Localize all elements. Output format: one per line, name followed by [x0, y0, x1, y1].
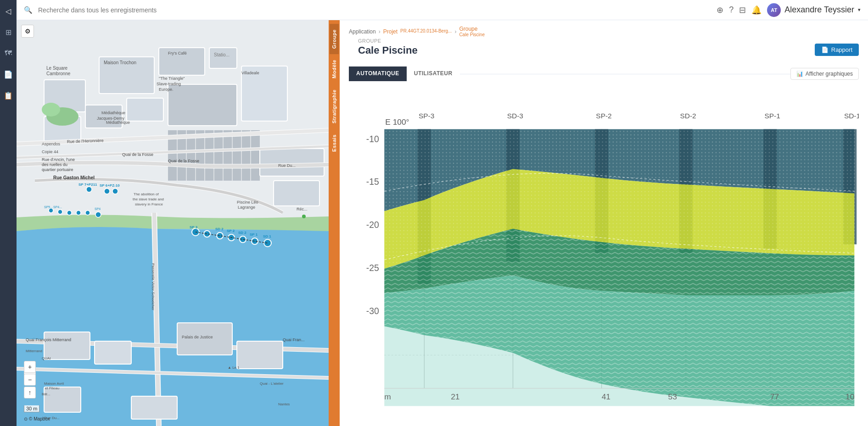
breadcrumb: Application › Projet PR.44GT.20.0134-Ber… [340, 20, 868, 37]
user-badge[interactable]: AT Alexandre Teyssier ▾ [767, 3, 861, 17]
content-area: Le Square Cambronne Maison Trochon Média… [17, 20, 868, 426]
svg-text:▲ Le 1: ▲ Le 1 [228, 365, 240, 370]
breadcrumb-app: Application [349, 28, 376, 35]
svg-text:Réc...: Réc... [297, 207, 308, 211]
svg-text:Bât...: Bât... [42, 392, 50, 396]
svg-point-59 [104, 188, 110, 194]
svg-text:Maison Trochon: Maison Trochon [104, 60, 136, 65]
svg-text:-10: -10 [366, 134, 379, 144]
notification-icon[interactable]: 🔔 [751, 5, 762, 15]
map-right-tabs: Groupe Modèle Stratigraphie Essais [329, 20, 340, 426]
svg-text:Palais de Justice: Palais de Justice [182, 335, 213, 339]
svg-text:SP4: SP4 [95, 207, 101, 210]
tab-groupe[interactable]: Groupe [330, 24, 339, 54]
svg-text:-15: -15 [366, 177, 379, 187]
sidebar-back-icon[interactable]: ◁ [2, 5, 15, 17]
chart-container: -10 -15 -20 -25 -30 E 100° SP-3 SD-3 [349, 89, 859, 421]
show-graphs-button[interactable]: 📊 Afficher graphiques [790, 68, 859, 80]
svg-text:Quai Fran...: Quai Fran... [283, 337, 305, 342]
tab-stratigraphie[interactable]: Stratigraphie [330, 84, 339, 129]
topbar-actions: ⊕ ? ⊟ 🔔 AT Alexandre Teyssier ▾ [717, 3, 861, 17]
svg-point-75 [240, 236, 246, 243]
tab-utilisateur[interactable]: UTILISATEUR [407, 66, 460, 81]
breadcrumb-sep2: › [454, 28, 456, 35]
svg-text:"The Triangle": "The Triangle" [159, 76, 185, 81]
svg-point-73 [217, 232, 223, 239]
content-tabs: AUTOMATIQUE UTILISATEUR [349, 66, 460, 81]
breadcrumb-projet[interactable]: Projet [383, 28, 398, 35]
svg-text:slavery in France: slavery in France [135, 202, 163, 206]
svg-text:Rue Du...: Rue Du... [278, 163, 296, 168]
search-container [38, 6, 711, 14]
svg-rect-21 [274, 181, 319, 206]
svg-text:E 100°: E 100° [385, 117, 409, 127]
map-settings-button[interactable]: ⚙ [21, 25, 34, 38]
svg-rect-29 [131, 396, 177, 419]
group-title: Cale Piscine [349, 44, 427, 62]
report-button[interactable]: 📄 Rapport [815, 44, 859, 56]
svg-text:Médiathèque: Médiathèque [106, 120, 130, 125]
svg-text:Passerelle Victor-Schoelcher: Passerelle Victor-Schoelcher [151, 263, 155, 310]
svg-text:SD-3: SD-3 [507, 112, 523, 120]
svg-text:Quai de la Fosse: Quai de la Fosse [168, 159, 199, 163]
svg-text:quartier portuaire: quartier portuaire [42, 167, 73, 172]
svg-text:Europe.: Europe. [159, 87, 174, 92]
svg-text:SD 2: SD 2 [215, 227, 224, 231]
svg-point-63 [58, 210, 62, 214]
svg-rect-3 [127, 98, 163, 121]
north-button[interactable]: ↑ [24, 387, 36, 398]
svg-point-57 [86, 187, 92, 192]
tab-essais[interactable]: Essais [330, 129, 339, 157]
sidebar-doc-icon[interactable]: 📄 [2, 68, 15, 81]
tab-automatique[interactable]: AUTOMATIQUE [349, 66, 407, 81]
svg-text:Le Square: Le Square [46, 66, 68, 71]
map-scale: 30 m [24, 405, 39, 412]
svg-point-60 [112, 188, 118, 194]
svg-text:m: m [384, 392, 391, 401]
left-sidebar: ◁ ⊞ 🗺 📄 📋 [0, 0, 17, 426]
svg-text:SD 2: SD 2 [238, 231, 246, 235]
svg-text:Piscine Léo: Piscine Léo [237, 200, 258, 205]
sidebar-grid-icon[interactable]: ⊞ [2, 26, 15, 39]
svg-text:-25: -25 [366, 263, 379, 273]
zoom-out-button[interactable]: − [24, 374, 36, 386]
svg-text:SP 3: SP 3 [190, 225, 198, 229]
user-name: Alexandre Teyssier [784, 5, 854, 15]
panel-header: GROUPE Cale Piscine 📄 Rapport [340, 37, 868, 66]
svg-text:-30: -30 [366, 306, 379, 316]
svg-text:Villadeale: Villadeale [241, 71, 259, 75]
svg-text:-20: -20 [366, 220, 379, 230]
breadcrumb-groupe-value[interactable]: Cale Piscine [459, 32, 485, 37]
svg-text:The abolition of: The abolition of [134, 192, 159, 196]
breadcrumb-projet-value[interactable]: PR.44GT.20.0134-Berg... [400, 28, 452, 34]
svg-text:SD 1: SD 1 [263, 234, 271, 238]
svg-rect-24 [44, 332, 90, 360]
svg-point-23 [42, 103, 60, 116]
svg-text:Quai François Mitterrand: Quai François Mitterrand [26, 337, 71, 342]
add-icon[interactable]: ⊕ [717, 5, 723, 15]
sidebar-list-icon[interactable]: 📋 [2, 89, 15, 102]
svg-text:SD-1: SD-1 [844, 112, 859, 120]
main-wrapper: 🔍 ⊕ ? ⊟ 🔔 AT Alexandre Teyssier ▾ [17, 0, 868, 426]
search-input[interactable] [38, 6, 711, 14]
layout-icon[interactable]: ⊟ [739, 5, 746, 15]
svg-text:et Fiteau: et Fiteau [45, 386, 59, 390]
sidebar-map-icon[interactable]: 🗺 [2, 47, 15, 60]
chevron-down-icon: ▾ [858, 7, 861, 13]
zoom-in-button[interactable]: + [24, 361, 36, 373]
tab-modele[interactable]: Modèle [330, 54, 339, 84]
help-icon[interactable]: ? [729, 5, 734, 15]
svg-text:SP-1: SP-1 [764, 112, 780, 120]
breadcrumb-groupe-label[interactable]: Groupe [459, 26, 485, 32]
svg-text:77: 77 [770, 392, 779, 401]
svg-rect-28 [44, 387, 81, 412]
map-svg: Le Square Cambronne Maison Trochon Média… [17, 20, 329, 426]
svg-text:SD-2: SD-2 [680, 112, 696, 120]
svg-text:Aspendos: Aspendos [42, 142, 61, 146]
map-controls: + − ↑ [24, 361, 36, 398]
svg-text:Fry's Café: Fry's Café [168, 51, 187, 55]
svg-text:41: 41 [602, 392, 610, 401]
svg-text:SP-3: SP-3 [419, 112, 434, 120]
svg-text:Copie 44: Copie 44 [42, 149, 58, 154]
svg-text:Nantes: Nantes [278, 402, 290, 406]
